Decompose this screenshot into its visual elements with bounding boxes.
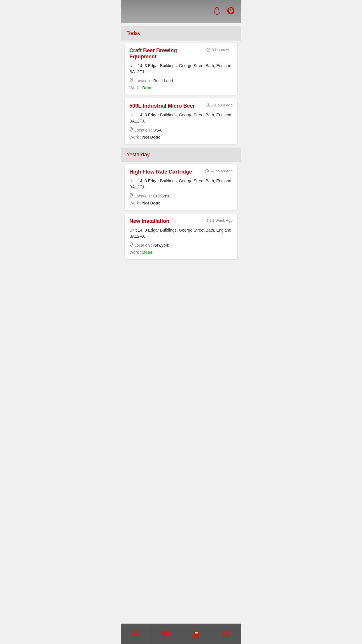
card-top-card-2: 500L Industrial Micro Beer7 Hours Ago <box>129 103 233 109</box>
card-work-value-card-4: Done <box>142 250 152 255</box>
pin-icon <box>129 127 133 133</box>
pin-icon <box>129 193 133 199</box>
card-work-value-card-3: Not Done <box>142 201 160 205</box>
card-location-row-card-4: Location : Newyork <box>129 242 233 248</box>
work-card-card-3[interactable]: High Flow Rate Cartridge24 hours AgoUnit… <box>125 164 237 210</box>
pin-icon <box>129 78 133 84</box>
card-location-row-card-2: Location : USA <box>129 127 233 133</box>
card-work-label-card-3: Work : <box>129 201 141 205</box>
card-location-label-card-4: Location : <box>134 243 152 248</box>
card-work-value-card-1: Done <box>142 85 152 90</box>
card-location-label-card-1: Location : <box>134 78 152 83</box>
card-location-value-card-3: California <box>153 194 171 198</box>
card-location-value-card-1: Rose Land <box>153 78 173 83</box>
svg-point-9 <box>131 244 132 244</box>
clock-icon <box>205 169 209 173</box>
card-address-card-4: Unit 14, 3 Edgar Buildings, George Stree… <box>129 227 233 239</box>
section-header-today: Today <box>121 26 241 41</box>
svg-point-0 <box>216 7 217 8</box>
header-icons <box>212 6 236 18</box>
section-label-today: Today <box>126 30 140 36</box>
card-top-card-3: High Flow Rate Cartridge24 hours Ago <box>129 169 233 175</box>
card-time-card-4: 1 Week Ago <box>207 218 233 223</box>
card-work-label-card-4: Work : <box>129 250 141 255</box>
card-location-label-card-2: Location : <box>134 128 152 132</box>
clock-icon <box>206 48 210 52</box>
card-time-card-3: 24 hours Ago <box>205 169 233 173</box>
power-icon[interactable] <box>226 6 236 18</box>
svg-point-3 <box>131 79 132 80</box>
card-location-label-card-3: Location : <box>134 194 152 198</box>
card-top-card-4: New Installation1 Week Ago <box>129 218 233 224</box>
card-title-card-3: High Flow Rate Cartridge <box>129 169 203 175</box>
card-title-card-1: Craft Beer Brewing Equipment <box>129 48 204 60</box>
card-address-card-1: Unit 14, 3 Edgar Buildings, George Stree… <box>129 63 233 75</box>
content: TodayCraft Beer Brewing Equipment3 Hours… <box>121 23 241 286</box>
section-label-yesterday: Yestarday <box>126 152 150 158</box>
card-work-label-card-1: Work : <box>129 85 141 90</box>
card-work-row-card-1: Work : Done <box>129 85 233 90</box>
card-top-card-1: Craft Beer Brewing Equipment3 Hours Ago <box>129 48 233 60</box>
card-time-card-1: 3 Hours Ago <box>206 48 233 52</box>
clock-icon <box>206 103 210 107</box>
card-work-row-card-4: Work : Done <box>129 250 233 255</box>
svg-point-5 <box>131 128 132 129</box>
notification-icon[interactable] <box>212 6 222 18</box>
work-card-card-1[interactable]: Craft Beer Brewing Equipment3 Hours AgoU… <box>125 43 237 95</box>
card-location-row-card-3: Location : California <box>129 193 233 199</box>
card-address-card-3: Unit 14, 3 Edgar Buildings, George Stree… <box>129 178 233 190</box>
card-address-card-2: Unit 14, 3 Edgar Buildings, George Stree… <box>129 112 233 124</box>
card-work-value-card-2: Not Done <box>142 135 160 139</box>
svg-point-7 <box>131 194 132 195</box>
header <box>121 0 241 23</box>
card-time-card-2: 7 Hours Ago <box>206 103 233 107</box>
card-work-row-card-2: Work : Not Done <box>129 135 233 139</box>
card-work-label-card-2: Work : <box>129 135 141 139</box>
card-location-row-card-1: Location : Rose Land <box>129 78 233 84</box>
card-location-value-card-4: Newyork <box>153 243 169 248</box>
card-location-value-card-2: USA <box>153 128 162 132</box>
pin-icon <box>129 242 133 248</box>
section-header-yesterday: Yestarday <box>121 148 241 162</box>
card-work-row-card-3: Work : Not Done <box>129 201 233 205</box>
card-title-card-2: 500L Industrial Micro Beer <box>129 103 204 109</box>
work-card-card-2[interactable]: 500L Industrial Micro Beer7 Hours AgoUni… <box>125 98 237 144</box>
clock-icon <box>207 218 211 223</box>
card-title-card-4: New Installation <box>129 218 205 224</box>
work-card-card-4[interactable]: New Installation1 Week AgoUnit 14, 3 Edg… <box>125 214 237 259</box>
